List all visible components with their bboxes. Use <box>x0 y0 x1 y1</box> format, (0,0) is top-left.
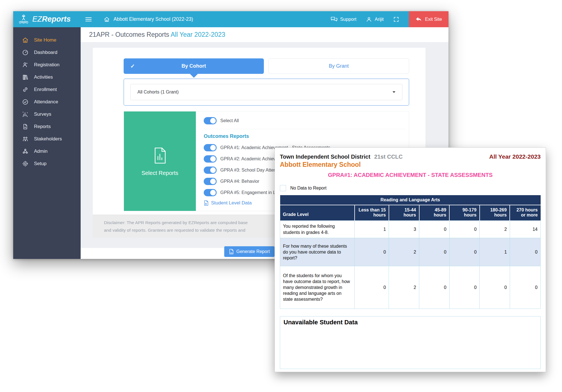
page-title-accent: All Year 2022-2023 <box>171 31 225 38</box>
bar-chart-icon <box>22 111 29 118</box>
sidebar-item-setup[interactable]: Setup <box>13 158 81 170</box>
sidebar-item-reports[interactable]: Reports <box>13 120 81 133</box>
sidebar-item-surveys[interactable]: Surveys <box>13 108 81 120</box>
gpra4-toggle[interactable] <box>204 178 217 185</box>
student-level-data-label: Student Level Data <box>211 200 252 206</box>
generate-report-button[interactable]: Generate Report <box>224 246 275 257</box>
person-icon <box>22 61 29 68</box>
cell-value: 0 <box>419 238 450 266</box>
sidebar-item-attendance[interactable]: Attendance <box>13 96 81 108</box>
cohort-select-value: All Cohorts (1 Grant) <box>137 90 179 95</box>
select-all-toggle-row: Select All <box>204 117 406 124</box>
chat-bubbles-icon <box>330 16 338 22</box>
support-label: Support <box>340 17 357 22</box>
home-icon <box>104 16 110 22</box>
cell-value: 0 <box>510 238 540 266</box>
sidebar-item-enrollment[interactable]: Enrollment <box>13 83 81 96</box>
user-menu[interactable]: Arijit <box>366 16 384 22</box>
sidebar-item-admin[interactable]: Admin <box>13 145 81 158</box>
sidebar-item-stakeholders[interactable]: Stakeholders <box>13 133 81 145</box>
cohort-select[interactable]: All Cohorts (1 Grant) <box>130 84 402 100</box>
caret-down-icon <box>393 91 395 93</box>
gpra5-toggle[interactable] <box>204 189 217 196</box>
sidebar-item-dashboard[interactable]: Dashboard <box>13 46 81 59</box>
sidebar-item-label: Site Home <box>34 37 56 43</box>
select-reports-label: Select Reports <box>141 170 178 176</box>
breadcrumb[interactable]: Abbott Elementary School (2022-23) <box>104 16 193 22</box>
cell-value: 0 <box>480 266 510 309</box>
hamburger-menu-icon[interactable] <box>85 16 92 22</box>
reading-language-arts-table: Reading and Language Arts Grade Level Le… <box>280 195 541 309</box>
support-button[interactable]: Support <box>330 16 357 22</box>
people-icon <box>22 136 29 142</box>
document-chart-icon <box>22 123 29 130</box>
table-row: For how many of these students do you ha… <box>280 238 541 266</box>
file-chart-icon <box>151 146 169 165</box>
unavailable-student-data-title: Unavailable Student Data <box>284 319 537 326</box>
tab-by-cohort[interactable]: By Cohort <box>124 58 264 74</box>
cell-value: 2 <box>480 221 510 238</box>
no-data-checkbox[interactable] <box>280 185 286 191</box>
report-preview-panel: Town Independent School District 21st CC… <box>275 147 546 372</box>
cell-value: 1 <box>355 221 389 238</box>
brand-logo: EZReports <box>13 14 81 25</box>
row-question: You reported the following students in g… <box>280 221 355 238</box>
breadcrumb-label: Abbott Elementary School (2022-23) <box>114 16 193 22</box>
sidebar-item-site-home[interactable]: Site Home <box>13 34 81 46</box>
select-reports-panel: Select Reports <box>124 111 196 211</box>
sidebar-item-label: Admin <box>34 149 47 154</box>
excel-file-icon <box>204 200 209 206</box>
district-name: Town Independent School District <box>280 154 370 160</box>
gear-icon <box>22 160 29 167</box>
generate-report-label: Generate Report <box>236 249 270 254</box>
cluster-icon <box>22 148 29 155</box>
grant-type-label: 21st CCLC <box>374 154 403 160</box>
select-all-toggle[interactable] <box>204 117 217 124</box>
check-circle-icon <box>22 99 29 105</box>
cell-value: 0 <box>419 266 450 309</box>
exit-site-button[interactable]: Exit Site <box>409 11 448 27</box>
page-title-main: 21APR - Outcomes Reports <box>89 31 169 38</box>
sidebar-item-label: Enrollment <box>34 87 57 92</box>
tab-by-grant[interactable]: By Grant <box>268 58 409 74</box>
home-icon <box>22 37 29 44</box>
no-data-row: No Data to Report <box>280 185 541 191</box>
gauge-icon <box>22 49 29 56</box>
pdf-file-icon <box>229 249 234 254</box>
col-lt15: Less than 15 hours <box>355 205 389 221</box>
sidebar-item-label: Activities <box>34 74 53 80</box>
gpra-report-title: GPRA#1: ACADEMIC ACHIEVEMENT - STATE ASS… <box>280 172 541 178</box>
books-icon <box>22 74 29 81</box>
gpra3-toggle[interactable] <box>204 167 217 174</box>
cell-value: 0 <box>355 238 389 266</box>
gpra1-toggle[interactable] <box>204 144 217 151</box>
table-row: Of the students for whom you have outcom… <box>280 266 541 309</box>
col-180-269: 180-269 hours <box>480 205 510 221</box>
col-90-179: 90-179 hours <box>449 205 480 221</box>
topbar-right: Support Arijit Exit Site <box>330 11 448 27</box>
col-270plus: 270 hours or more <box>510 205 540 221</box>
no-data-label: No Data to Report <box>290 186 327 191</box>
top-bar: EZReports Abbott Elementary School (2022… <box>13 11 448 27</box>
select-all-label: Select All <box>220 118 239 123</box>
table-header-row: Grade Level Less than 15 hours 15-44 hou… <box>280 205 541 221</box>
sidebar-item-activities[interactable]: Activities <box>13 71 81 83</box>
report-mode-tabs: By Cohort By Grant <box>124 58 409 74</box>
col-grade-level: Grade Level <box>280 205 355 221</box>
divider <box>204 129 406 129</box>
outcomes-reports-heading: Outcomes Reports <box>204 133 406 139</box>
gpra2-toggle[interactable] <box>204 155 217 163</box>
sidebar-item-label: Dashboard <box>34 50 57 55</box>
cell-value: 1 <box>480 238 510 266</box>
fullscreen-button[interactable] <box>393 16 399 22</box>
sidebar-item-label: Reports <box>34 124 51 129</box>
user-icon <box>366 16 372 22</box>
sidebar: Site Home Dashboard Registration Activit… <box>13 27 81 259</box>
tab-by-grant-label: By Grant <box>329 63 349 69</box>
cell-value: 0 <box>449 221 480 238</box>
sidebar-item-registration[interactable]: Registration <box>13 59 81 71</box>
gpra4-label: GPRA #4: Behavior <box>220 179 259 184</box>
exit-site-label: Exit Site <box>425 17 442 22</box>
user-label: Arijit <box>375 17 384 22</box>
table-title: Reading and Language Arts <box>280 195 541 205</box>
